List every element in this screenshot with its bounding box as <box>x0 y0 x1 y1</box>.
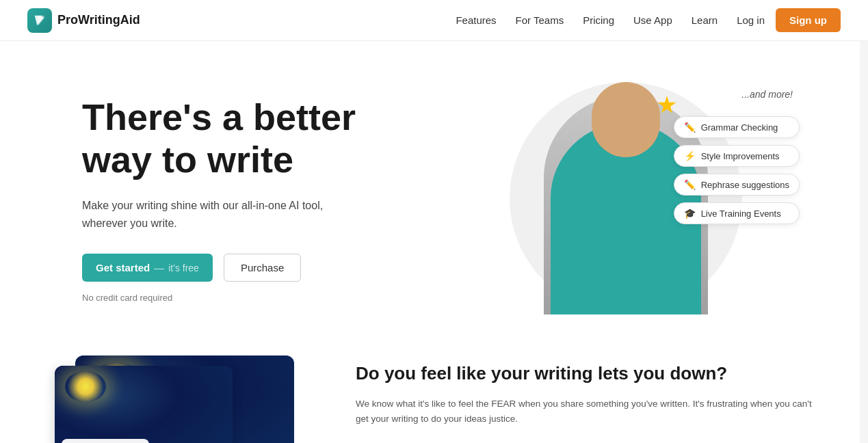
login-button[interactable]: Log in <box>737 14 765 26</box>
pill-style: ⚡ Style Improvements <box>674 145 800 167</box>
scrollbar-track[interactable] <box>860 0 868 443</box>
logo-link[interactable]: ProWritingAid <box>27 8 140 33</box>
get-started-button[interactable]: Get started — it's free <box>82 254 213 282</box>
art-overlay: My idea in my head <box>62 439 149 443</box>
hero-illustration: ...and more! ✏️ Grammar Checking ⚡ Style… <box>438 75 813 314</box>
section2-text: Do you feel like your writing lets you d… <box>356 355 813 427</box>
hero-section: There's a better way to write Make your … <box>0 41 868 342</box>
grammar-icon: ✏️ <box>684 122 696 133</box>
nav-learn[interactable]: Learn <box>692 14 718 26</box>
pill-training: 🎓 Live Training Events <box>674 202 800 224</box>
style-icon: ⚡ <box>684 150 696 161</box>
feature-pills: ✏️ Grammar Checking ⚡ Style Improvements… <box>674 116 800 224</box>
moon-swirl-front <box>65 371 106 402</box>
logo-icon <box>27 8 52 33</box>
pill-rephrase: ✏️ Rephrase suggestions <box>674 174 800 196</box>
and-more-text: ...and more! <box>741 89 793 100</box>
rephrase-icon: ✏️ <box>684 179 696 190</box>
section2-description: We know what it's like to feel the FEAR … <box>356 397 813 427</box>
training-icon: 🎓 <box>684 208 696 219</box>
nav-pricing[interactable]: Pricing <box>583 14 614 26</box>
nav-features[interactable]: Features <box>456 14 496 26</box>
nav-use-app[interactable]: Use App <box>633 14 672 26</box>
starry-night-front <box>55 366 233 443</box>
nav-links: Features For Teams Pricing Use App Learn <box>456 14 718 27</box>
pill-grammar: ✏️ Grammar Checking <box>674 116 800 138</box>
hero-subtitle: Make your writing shine with our all-in-… <box>82 197 328 232</box>
art-card-front: My idea in my head <box>55 366 233 443</box>
no-credit-text: No credit card required <box>82 293 438 303</box>
nav-for-teams[interactable]: For Teams <box>516 14 564 26</box>
signup-button[interactable]: Sign up <box>776 8 841 32</box>
art-cards: My idea in my head <box>55 355 315 443</box>
person-head <box>592 82 660 157</box>
hero-title: There's a better way to write <box>82 96 438 180</box>
brand-name: ProWritingAid <box>57 13 140 27</box>
navbar: ProWritingAid Features For Teams Pricing… <box>0 0 868 41</box>
purchase-button[interactable]: Purchase <box>224 254 301 282</box>
hero-content: There's a better way to write Make your … <box>82 82 438 303</box>
section2: My idea in my head Do you feel like your… <box>0 342 868 443</box>
hero-buttons: Get started — it's free Purchase <box>82 254 438 282</box>
section2-title: Do you feel like your writing lets you d… <box>356 362 813 386</box>
